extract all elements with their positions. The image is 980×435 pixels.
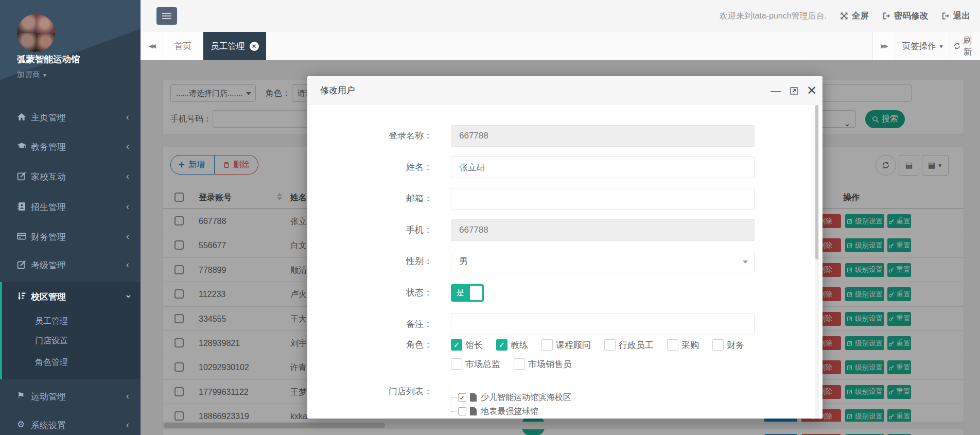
tree-checkbox-icon[interactable]: ✓ [458, 393, 466, 402]
welcome-text: 欢迎来到tata-punch管理后台. [720, 11, 827, 22]
checkbox-icon [514, 358, 525, 370]
caret-down-icon [743, 260, 748, 264]
role-checkbox-option[interactable]: 课程顾问 [541, 339, 591, 351]
sign-out-icon [882, 12, 890, 20]
checkbox-icon [667, 339, 678, 351]
sidebar-item-grading[interactable]: 考级管理 ‹ [0, 257, 141, 273]
status-toggle[interactable]: 是 [451, 284, 484, 302]
sidebar-item-system-settings[interactable]: ⚙ 系统设置 ‹ [0, 417, 141, 433]
tab-operations-dropdown[interactable]: 页签操作▾ [895, 32, 950, 60]
chevron-left-icon: ‹ [126, 112, 129, 123]
chevron-down-icon: ‹ [122, 295, 133, 298]
caret-down-icon: ▾ [939, 43, 942, 50]
field-remark: 备注： [307, 314, 822, 335]
refresh-button[interactable]: 刷新 [950, 32, 980, 60]
chevron-left-icon: ‹ [126, 391, 129, 402]
file-icon [470, 407, 477, 415]
sidebar-item-finance[interactable]: 财务管理 ‹ [0, 229, 141, 245]
maximize-icon[interactable] [787, 84, 800, 97]
roles-row-2: 市场总监 市场销售员 [451, 358, 572, 370]
name-input[interactable] [451, 156, 755, 178]
toggle-knob [470, 286, 482, 300]
checkbox-icon [712, 339, 724, 351]
role-checkbox-option[interactable]: ✓ 馆长 [451, 339, 483, 351]
sidebar-subitem-role-mgmt[interactable]: 角色管理 [0, 356, 141, 370]
store-tree-item[interactable]: ✓ 少儿智能运动馆滨海校区 [451, 391, 571, 404]
modal-scrollbar-thumb[interactable] [815, 105, 818, 259]
sort-amount-icon [17, 291, 26, 301]
double-chevron-left-icon: ◀◀ [149, 43, 154, 49]
field-name: 姓名： [307, 156, 822, 178]
role-checkbox-option[interactable]: 行政员工 [604, 339, 654, 351]
navbar-right: 欢迎来到tata-punch管理后台. 全屏 密码修改 退出 [720, 0, 970, 32]
tab-home[interactable]: 首页 [163, 32, 203, 60]
tabs-scroll-right-button[interactable]: ▶▶ [872, 32, 895, 60]
tab-close-icon[interactable]: ✕ [250, 42, 259, 51]
store-tree-item[interactable]: 地表最强篮球馆 [451, 405, 538, 418]
login-name-input[interactable] [451, 125, 755, 147]
modal-scrollbar[interactable] [815, 105, 819, 418]
edit-user-modal: 修改用户 — ✕ 登录名称： 姓名： 邮箱： 手机： 性别： [307, 76, 822, 419]
fullscreen-icon [840, 12, 848, 20]
sidebar-item-campus-mgmt[interactable]: 校区管理 ‹ [0, 289, 141, 304]
app-root: 弧蒙智能运动馆 加盟商▾ 主页管理 ‹ 教务管理 ‹ 家校互动 ‹ 招生管理 ‹ [0, 0, 980, 435]
email-input[interactable] [451, 188, 755, 210]
edit-square-icon [17, 260, 26, 269]
sidebar-item-sports-mgmt[interactable]: ⚑ 运动管理 ‹ [0, 389, 141, 404]
tabs-scroll-left-button[interactable]: ◀◀ [141, 32, 163, 60]
field-status: 状态： 是 [307, 282, 822, 304]
logout-button[interactable]: 退出 [941, 10, 970, 22]
brand-title: 弧蒙智能运动馆 [17, 53, 80, 65]
sidebar-item-enrollment[interactable]: 招生管理 ‹ [0, 199, 141, 215]
chevron-left-icon: ‹ [126, 231, 129, 242]
sidebar: 弧蒙智能运动馆 加盟商▾ 主页管理 ‹ 教务管理 ‹ 家校互动 ‹ 招生管理 ‹ [0, 0, 141, 435]
sidebar-subitem-store-settings[interactable]: 门店设置 [0, 334, 141, 349]
modal-header: 修改用户 — ✕ [307, 76, 822, 105]
roles-row-1: ✓ 馆长 ✓ 教练 课程顾问 行政员工 采购 财务 [451, 339, 744, 351]
chevron-left-icon: ‹ [126, 141, 129, 152]
role-checkbox-option[interactable]: 市场总监 [451, 358, 500, 370]
minimize-icon[interactable]: — [769, 84, 782, 97]
sidebar-item-home-mgmt[interactable]: 主页管理 ‹ [0, 110, 141, 125]
field-login-name: 登录名称： [307, 125, 822, 147]
gender-select[interactable]: 男 [451, 251, 755, 272]
gear-icon: ⚙ [17, 420, 26, 429]
sidebar-toggle-button[interactable] [156, 7, 177, 25]
role-checkbox-option[interactable]: 财务 [712, 339, 744, 351]
refresh-icon [953, 42, 961, 50]
user-role-dropdown[interactable]: 加盟商▾ [17, 70, 46, 80]
tab-employee-mgmt[interactable]: 员工管理 ✕ [203, 32, 266, 60]
checkbox-icon [451, 358, 462, 370]
chevron-left-icon: ‹ [126, 201, 129, 212]
sidebar-subitem-employee-mgmt[interactable]: 员工管理 [0, 315, 141, 329]
double-chevron-right-icon: ▶▶ [881, 43, 887, 49]
home-icon [17, 112, 26, 121]
role-checkbox-option[interactable]: 采购 [667, 339, 699, 351]
credit-card-icon [17, 232, 26, 241]
phone-input[interactable] [451, 219, 755, 241]
checkbox-icon: ✓ [451, 339, 462, 351]
flag-icon: ⚑ [17, 391, 26, 401]
sidebar-item-home-school[interactable]: 家校互动 ‹ [0, 169, 141, 184]
field-phone: 手机： [307, 219, 822, 241]
fullscreen-button[interactable]: 全屏 [840, 10, 869, 22]
close-icon[interactable]: ✕ [806, 84, 818, 97]
sidebar-profile: 弧蒙智能运动馆 加盟商▾ [0, 0, 141, 96]
role-checkbox-option[interactable]: 市场销售员 [514, 358, 572, 370]
user-role-label: 加盟商 [17, 70, 40, 79]
avatar[interactable] [17, 14, 55, 52]
checkbox-icon [604, 339, 616, 351]
tree-dash-icon [451, 411, 457, 412]
chevron-left-icon: ‹ [126, 171, 129, 182]
role-checkbox-option[interactable]: ✓ 教练 [496, 339, 528, 351]
sidebar-item-teaching-mgmt[interactable]: 教务管理 ‹ [0, 139, 141, 154]
address-book-icon [17, 202, 26, 211]
tree-checkbox-icon[interactable] [458, 407, 466, 415]
tab-bar: ◀◀ 首页 员工管理 ✕ ▶▶ 页签操作▾ 刷新 [141, 32, 980, 60]
remark-input[interactable] [451, 314, 755, 335]
edit-square-icon [17, 171, 26, 181]
field-email: 邮箱： [307, 188, 822, 210]
top-navbar: 欢迎来到tata-punch管理后台. 全屏 密码修改 退出 [141, 0, 980, 32]
modal-title: 修改用户 [320, 84, 355, 96]
change-password-button[interactable]: 密码修改 [882, 10, 928, 22]
